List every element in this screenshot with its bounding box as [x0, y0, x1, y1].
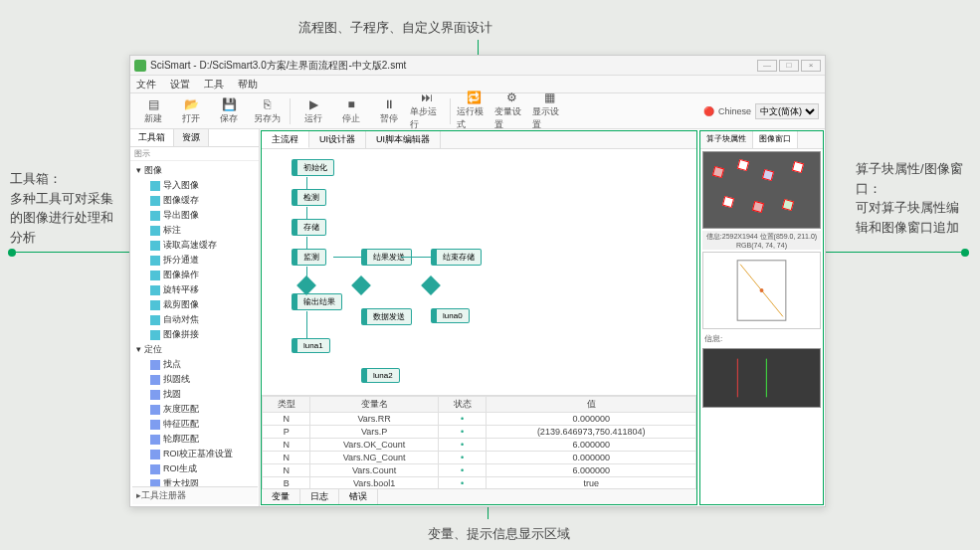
tab-operator-props[interactable]: 算子块属性 [700, 131, 753, 148]
menu-file[interactable]: 文件 [136, 78, 156, 92]
tree-item-icon [150, 450, 160, 459]
tree-item[interactable]: 导入图像 [132, 178, 257, 193]
tab-variables[interactable]: 变量 [262, 489, 300, 504]
toolbar-单步运行[interactable]: ⏭单步运行 [410, 95, 444, 127]
toolbar-运行模式[interactable]: 🔁运行模式 [457, 95, 490, 127]
toolbar-label: 显示设置 [532, 105, 566, 131]
flow-decision[interactable] [351, 275, 371, 295]
flow-node[interactable]: 存储 [292, 219, 326, 236]
toolbar-保存[interactable]: 💾保存 [212, 95, 246, 127]
flow-decision[interactable] [296, 275, 316, 295]
tree-item-icon [150, 196, 160, 206]
toolbar-变量设置[interactable]: ⚙变量设置 [494, 95, 528, 127]
table-row[interactable]: NVars.RR•0.000000 [263, 413, 696, 426]
flow-node[interactable]: luna0 [431, 308, 470, 323]
tree-item-icon [150, 226, 160, 236]
tree-item-label: 灰度匹配 [163, 403, 199, 416]
table-row[interactable]: NVars.NG_Count•0.000000 [263, 452, 696, 464]
tree-item[interactable]: 找点 [132, 357, 257, 372]
tab-image-window[interactable]: 图像窗口 [753, 131, 798, 148]
table-row[interactable]: PVars.P•(2139.646973,750.411804) [263, 426, 696, 439]
toolbar-运行[interactable]: ▶运行 [296, 95, 330, 127]
toolbar-暂停[interactable]: ⏸暂停 [372, 95, 406, 127]
tree-item[interactable]: 旋转平移 [132, 282, 257, 297]
flow-node[interactable]: luna2 [361, 368, 400, 383]
language-selector[interactable]: 🔴Chinese中文(简体) [703, 103, 819, 119]
tab-log[interactable]: 日志 [300, 489, 339, 504]
tree-item-label: 导入图像 [163, 179, 199, 192]
table-row[interactable]: NVars.Count•6.000000 [263, 464, 696, 477]
col-value[interactable]: 值 [487, 397, 696, 413]
flow-decision[interactable] [421, 275, 441, 295]
tab-ui-designer[interactable]: UI设计器 [309, 131, 366, 148]
tree-item[interactable]: 灰度匹配 [132, 402, 257, 417]
flowchart-canvas[interactable]: 初始化检测存储监测输出结果结果发送结束存储数据发送luna0luna1luna2 [262, 149, 696, 395]
lang-select[interactable]: 中文(简体) [755, 103, 819, 119]
flow-node[interactable]: 输出结果 [292, 293, 342, 310]
menu-tools[interactable]: 工具 [204, 78, 224, 92]
minimize-button[interactable]: — [757, 60, 777, 72]
toolbar-另存为[interactable]: ⎘另存为 [250, 95, 284, 127]
variables-table[interactable]: 类型 变量名 状态 值 NVars.RR•0.000000PVars.P•(21… [262, 396, 696, 488]
tree-item-icon [150, 271, 160, 280]
flow-node[interactable]: 数据发送 [361, 308, 412, 325]
tree-item[interactable]: 裁剪图像 [132, 297, 257, 312]
col-name[interactable]: 变量名 [310, 397, 439, 413]
toolbar-显示设置[interactable]: ▦显示设置 [532, 95, 566, 127]
tool-tree[interactable]: ▾ 图像导入图像图像缓存导出图像标注读取高速缓存拆分通道图像操作旋转平移裁剪图像… [130, 161, 259, 506]
maximize-button[interactable]: □ [779, 60, 799, 72]
tree-item[interactable]: 图像缓存 [132, 193, 257, 208]
tree-item[interactable]: 标注 [132, 223, 257, 238]
tree-item-icon [150, 464, 160, 474]
flow-node[interactable]: luna1 [292, 338, 330, 353]
tree-item[interactable]: ROI校正基准设置 [132, 447, 257, 461]
tree-item-label: 自动对焦 [163, 313, 199, 326]
tab-main-flow[interactable]: 主流程 [262, 131, 309, 148]
toolbar-新建[interactable]: ▤新建 [136, 95, 170, 127]
tool-registrar[interactable]: ▸工具注册器 [132, 486, 258, 504]
tree-group[interactable]: ▾ 定位 [132, 342, 257, 357]
close-button[interactable]: × [801, 60, 821, 72]
titlebar[interactable]: SciSmart - D:/SciSmart3.0方案/主界面流程图-中文版2.… [130, 56, 825, 76]
cell-name: Vars.P [310, 426, 439, 439]
menu-settings[interactable]: 设置 [170, 78, 190, 92]
table-row[interactable]: NVars.OK_Count•6.000000 [263, 439, 696, 452]
annotation-top: 流程图、子程序、自定义界面设计 [298, 18, 492, 38]
col-state[interactable]: 状态 [439, 397, 487, 413]
toolbar-icon: ▤ [146, 97, 160, 111]
cell-name: Vars.Count [310, 464, 439, 477]
tree-item[interactable]: 图像拼接 [132, 327, 257, 342]
tree-item[interactable]: 自动对焦 [132, 312, 257, 327]
flow-node[interactable]: 结束存储 [431, 249, 482, 266]
tab-ui-script[interactable]: UI脚本编辑器 [366, 131, 441, 148]
flow-node[interactable]: 初始化 [292, 159, 334, 176]
tree-item-label: ROI生成 [163, 462, 197, 475]
flow-node[interactable]: 检测 [292, 189, 326, 206]
tree-item[interactable]: 找圆 [132, 387, 257, 402]
tree-item[interactable]: ROI生成 [132, 461, 257, 476]
toolbar-打开[interactable]: 📂打开 [174, 95, 208, 127]
tree-item[interactable]: 图像操作 [132, 268, 257, 282]
col-type[interactable]: 类型 [263, 397, 310, 413]
table-row[interactable]: BVars.bool1•true [263, 477, 696, 489]
toolbar-停止[interactable]: ■停止 [334, 95, 368, 127]
image-thumb-1[interactable] [702, 151, 821, 229]
image-thumb-2[interactable] [702, 252, 821, 329]
tree-item[interactable]: 拟圆线 [132, 372, 257, 387]
tree-item[interactable]: 特征匹配 [132, 417, 257, 432]
toolbar-label: 新建 [144, 112, 162, 125]
tree-item[interactable]: 轮廓匹配 [132, 432, 257, 447]
tab-toolbox[interactable]: 工具箱 [130, 129, 174, 146]
tree-group[interactable]: ▾ 图像 [132, 163, 257, 178]
tab-errors[interactable]: 错误 [339, 489, 378, 504]
tree-item[interactable]: 读取高速缓存 [132, 238, 257, 253]
annotation-right-body: 可对算子块属性编辑和图像窗口追加 [856, 198, 965, 237]
tree-item[interactable]: 拆分通道 [132, 253, 257, 268]
menu-help[interactable]: 帮助 [238, 78, 258, 92]
cell-type: N [263, 439, 310, 452]
tab-resources[interactable]: 资源 [174, 129, 209, 146]
annotation-left: 工具箱： 多种工具可对采集的图像进行处理和分析 [10, 169, 119, 247]
tree-item[interactable]: 导出图像 [132, 208, 257, 223]
flow-node[interactable]: 监测 [292, 249, 326, 266]
image-thumb-3[interactable] [702, 348, 821, 408]
